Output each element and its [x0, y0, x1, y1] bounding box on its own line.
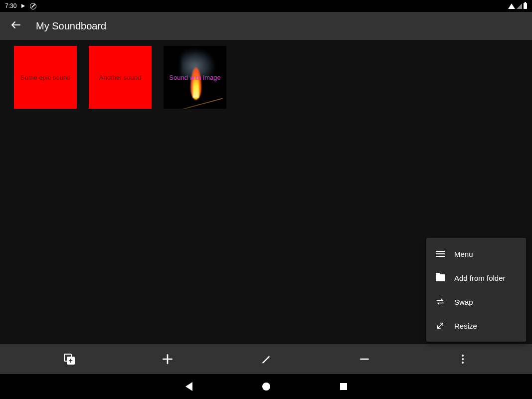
page-title: My Soundboard: [36, 20, 106, 32]
resize-icon: [435, 321, 445, 331]
app-bar: My Soundboard: [0, 12, 532, 40]
folder-icon: [435, 273, 445, 283]
sound-tile[interactable]: Another sound: [89, 46, 152, 109]
status-left: 7:30: [5, 2, 36, 9]
notification-icon: [30, 3, 36, 9]
wifi-icon: [508, 3, 515, 9]
nav-recent-button[interactable]: [340, 383, 347, 390]
bottom-toolbar: +: [0, 344, 532, 374]
overflow-popup-menu: Menu Add from folder Swap Resize: [426, 238, 526, 342]
menu-item-swap[interactable]: Swap: [426, 290, 526, 314]
sound-tile[interactable]: Sound with image: [164, 46, 226, 109]
status-right: [508, 3, 527, 9]
menu-icon: [435, 249, 445, 259]
menu-item-label: Add from folder: [454, 274, 506, 282]
minus-icon: [358, 353, 371, 366]
menu-item-label: Resize: [454, 322, 477, 330]
menu-item-label: Swap: [454, 298, 473, 306]
swap-icon: [435, 297, 445, 307]
system-nav-bar: [0, 374, 532, 399]
back-button[interactable]: [10, 19, 22, 33]
signal-icon: [517, 3, 522, 9]
menu-item-label: Menu: [454, 250, 473, 258]
play-indicator-icon: [21, 4, 25, 8]
add-library-button[interactable]: +: [59, 349, 79, 369]
menu-item-resize[interactable]: Resize: [426, 314, 526, 338]
sound-tile-label: Another sound: [99, 74, 142, 81]
status-time: 7:30: [5, 2, 16, 9]
add-button[interactable]: [158, 349, 177, 369]
sound-tile[interactable]: Some epic sound: [14, 46, 77, 109]
plus-icon: [161, 353, 174, 366]
menu-item-menu[interactable]: Menu: [426, 242, 526, 266]
battery-icon: [524, 3, 527, 9]
nav-back-button[interactable]: [185, 382, 192, 391]
menu-item-add-from-folder[interactable]: Add from folder: [426, 266, 526, 290]
nav-home-button[interactable]: [262, 383, 270, 391]
overflow-button[interactable]: [453, 349, 473, 369]
sound-tile-label: Some epic sound: [20, 74, 70, 81]
more-vertical-icon: [462, 355, 464, 364]
pencil-icon: [260, 354, 271, 365]
add-library-icon: +: [64, 354, 75, 365]
sound-tile-label: Sound with image: [169, 74, 220, 81]
edit-button[interactable]: [256, 349, 276, 369]
status-bar: 7:30: [0, 0, 532, 12]
remove-button[interactable]: [355, 349, 374, 369]
